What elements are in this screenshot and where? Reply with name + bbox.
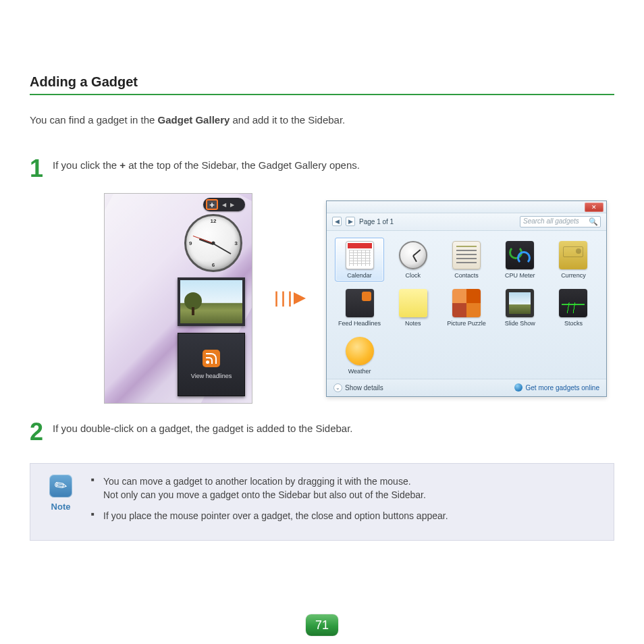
- feed-headlines-gadget[interactable]: View headlines: [178, 333, 245, 396]
- clock-gadget[interactable]: 12 3 6 9: [184, 214, 242, 272]
- clock-9: 9: [189, 240, 192, 246]
- clock-3: 3: [235, 240, 238, 246]
- notes-icon: [399, 289, 427, 317]
- page-number: 71: [306, 614, 338, 636]
- figure-row: + ◀ ▶ 12 3 6 9 View headlines: [104, 193, 614, 404]
- cpu-meter-icon: [506, 241, 534, 269]
- gadget-picture-puzzle[interactable]: Picture Puzzle: [441, 286, 491, 329]
- currency-icon: [559, 241, 587, 269]
- step-1-number: 1: [30, 157, 43, 181]
- sidebar-topbar: + ◀ ▶: [203, 198, 245, 211]
- clock-label: Clock: [406, 272, 421, 279]
- note-item-1: You can move a gadget to another locatio…: [91, 475, 448, 502]
- gadget-calendar[interactable]: Calendar: [335, 238, 384, 281]
- note-label: Note: [43, 502, 79, 512]
- note-left: ✎ Note: [43, 475, 79, 512]
- next-page-button[interactable]: ▶: [346, 217, 355, 226]
- gallery-titlebar: ✕: [327, 201, 606, 213]
- search-placeholder: Search all gadgets: [523, 217, 579, 225]
- sidebar-screenshot: + ◀ ▶ 12 3 6 9 View headlines: [104, 193, 252, 404]
- clock-icon: [399, 241, 427, 269]
- step-1-bold: +: [119, 159, 126, 171]
- intro-pre: You can find a gadget in the: [30, 114, 158, 126]
- intro-bold: Gadget Gallery: [158, 114, 230, 126]
- gadget-stocks[interactable]: Stocks: [549, 286, 598, 329]
- feed-label: Feed Headlines: [338, 320, 381, 327]
- feed-icon: [346, 289, 374, 317]
- notes-label: Notes: [405, 320, 421, 327]
- arrow-icon: ∣∣∣: [273, 290, 306, 307]
- step-2-text: If you double-click on a gadget, the gad…: [53, 420, 353, 434]
- gallery-grid: Calendar Clock Contacts CPU Meter Curren…: [327, 231, 606, 379]
- show-details-button[interactable]: ⌄ Show details: [333, 383, 383, 392]
- gadget-slide-show[interactable]: Slide Show: [495, 286, 545, 329]
- step-1-text: If you click the + at the top of the Sid…: [53, 157, 360, 171]
- prev-page-button[interactable]: ◀: [332, 217, 342, 226]
- gadget-clock[interactable]: Clock: [388, 238, 437, 281]
- slideshow-gadget[interactable]: [178, 277, 245, 326]
- clock-second-hand: [193, 236, 213, 244]
- slide-label: Slide Show: [505, 320, 535, 327]
- slideshow-icon: [506, 289, 534, 317]
- cpu-label: CPU Meter: [505, 272, 535, 279]
- rss-label: View headlines: [191, 373, 232, 379]
- puzzle-label: Picture Puzzle: [447, 320, 486, 327]
- gadget-cpu-meter[interactable]: CPU Meter: [495, 238, 545, 281]
- gallery-footer: ⌄ Show details Get more gadgets online: [327, 379, 606, 396]
- step-2: 2 If you double-click on a gadget, the g…: [30, 420, 614, 444]
- step-1: 1 If you click the + at the top of the S…: [30, 157, 614, 181]
- contacts-label: Contacts: [454, 272, 479, 279]
- gadget-notes[interactable]: Notes: [388, 286, 437, 329]
- clock-12: 12: [211, 218, 217, 224]
- gadget-feed-headlines[interactable]: Feed Headlines: [335, 286, 384, 329]
- rss-icon: [203, 350, 220, 367]
- search-input[interactable]: Search all gadgets 🔍: [520, 216, 601, 227]
- step-2-number: 2: [30, 420, 43, 444]
- gadget-contacts[interactable]: Contacts: [441, 238, 491, 281]
- search-icon: 🔍: [589, 217, 598, 226]
- gadget-currency[interactable]: Currency: [549, 238, 598, 281]
- currency-label: Currency: [561, 272, 586, 279]
- sidebar-nav-arrows[interactable]: ◀ ▶: [222, 202, 236, 208]
- stocks-label: Stocks: [564, 320, 583, 327]
- step-1-post: at the top of the Sidebar, the Gadget Ga…: [126, 159, 360, 171]
- globe-icon: [514, 383, 522, 392]
- weather-label: Weather: [348, 368, 371, 375]
- gadget-weather[interactable]: Weather: [335, 333, 384, 377]
- gallery-toolbar: ◀ ▶ Page 1 of 1 Search all gadgets 🔍: [327, 213, 606, 231]
- page-indicator: Page 1 of 1: [359, 218, 394, 225]
- note-1-line1: You can move a gadget to another locatio…: [103, 476, 411, 487]
- note-list: You can move a gadget to another locatio…: [91, 475, 448, 529]
- close-button[interactable]: ✕: [585, 203, 603, 212]
- add-gadget-button[interactable]: +: [206, 199, 218, 210]
- intro-post: and add it to the Sidebar.: [230, 114, 345, 126]
- step-1-pre: If you click the: [53, 159, 119, 171]
- calendar-label: Calendar: [347, 272, 372, 279]
- weather-icon: [346, 337, 374, 365]
- gadget-gallery-window: ✕ ◀ ▶ Page 1 of 1 Search all gadgets 🔍 C…: [326, 200, 607, 397]
- intro-text: You can find a gadget in the Gadget Gall…: [30, 114, 614, 126]
- get-more-gadgets-link[interactable]: Get more gadgets online: [514, 383, 599, 392]
- show-details-label: Show details: [345, 384, 383, 392]
- note-item-2: If you place the mouse pointer over a ga…: [91, 509, 448, 522]
- contacts-icon: [452, 241, 481, 269]
- more-online-label: Get more gadgets online: [525, 384, 599, 392]
- puzzle-icon: [452, 289, 481, 317]
- calendar-icon: [346, 241, 374, 269]
- clock-6: 6: [212, 262, 215, 268]
- note-box: ✎ Note You can move a gadget to another …: [30, 463, 614, 541]
- stocks-icon: [559, 289, 587, 317]
- note-1-line2: Not only can you move a gadget onto the …: [103, 489, 426, 500]
- clock-minute-hand: [213, 243, 232, 254]
- page-title: Adding a Gadget: [30, 74, 614, 95]
- chevron-down-icon: ⌄: [333, 383, 342, 392]
- note-icon: ✎: [49, 475, 72, 498]
- photo-trunk: [192, 307, 194, 315]
- note-2-line1: If you place the mouse pointer over a ga…: [103, 510, 448, 521]
